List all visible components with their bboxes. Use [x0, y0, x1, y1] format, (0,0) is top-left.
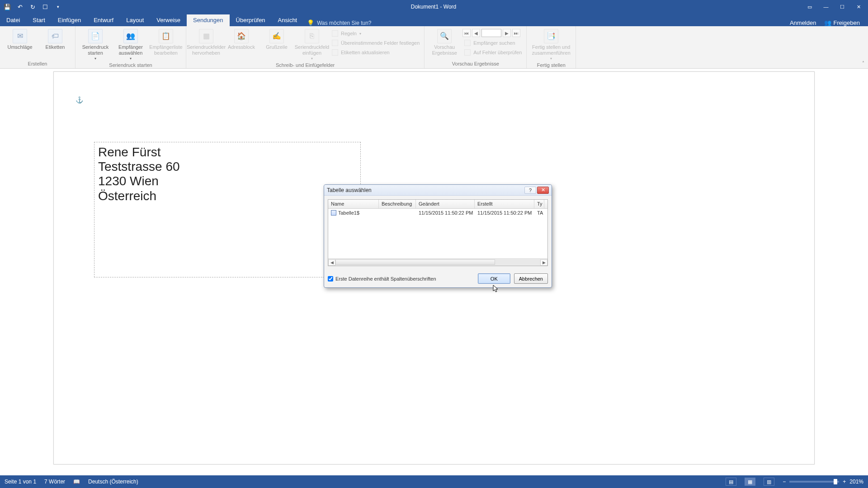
- group-preview-label: Vorschau Ergebnisse: [452, 60, 499, 67]
- first-row-headers-checkbox[interactable]: Erste Datenreihe enthält Spaltenüberschr…: [328, 276, 436, 282]
- tab-verweise[interactable]: Verweise: [150, 14, 187, 26]
- group-preview: 🔍Vorschau Ergebnisse ⏮ ◀ ▶ ⏭ Empfänger s…: [425, 26, 527, 68]
- grusszeile-button[interactable]: ✍Grußzeile: [259, 28, 294, 61]
- share-label: Freigeben: [833, 19, 860, 26]
- scroll-right-icon[interactable]: ▶: [540, 259, 547, 266]
- close-icon[interactable]: ✕: [851, 2, 866, 12]
- highlight-fields-button[interactable]: ▦Seriendruckfelder hervorheben: [189, 28, 223, 61]
- seriendruck-starten-button[interactable]: 📄Seriendruck starten▾: [78, 28, 113, 61]
- preview-results-button[interactable]: 🔍Vorschau Ergebnisse: [427, 28, 462, 57]
- zoom-in-button[interactable]: +: [843, 479, 846, 485]
- lightbulb-icon: 💡: [307, 19, 314, 26]
- select-recipients-icon: 👥: [123, 29, 138, 43]
- scroll-track[interactable]: [335, 259, 540, 266]
- tab-datei[interactable]: Datei: [0, 14, 26, 26]
- empfaengerliste-bearbeiten-button[interactable]: 📋Empfängerliste bearbeiten: [149, 28, 183, 61]
- match-fields-icon: [332, 40, 338, 46]
- sign-in-link[interactable]: Anmelden: [790, 19, 816, 26]
- highlight-icon: ▦: [199, 29, 213, 43]
- tell-me-placeholder: Was möchten Sie tun?: [317, 20, 371, 26]
- finish-merge-label: Fertig stellen und zusammenführen: [530, 44, 572, 56]
- find-recipient-label: Empfänger suchen: [473, 40, 515, 46]
- address-text-box[interactable]: Rene Fürst Teststrasse 60 1230 Wien Öste…: [94, 142, 361, 277]
- cell-name-text: Tabelle1$: [338, 210, 359, 216]
- tab-start[interactable]: Start: [26, 14, 51, 26]
- find-recipient-button[interactable]: Empfänger suchen: [462, 38, 524, 47]
- table-listview[interactable]: Name Beschreibung Geändert Erstellt Ty T…: [328, 199, 548, 266]
- web-layout-icon[interactable]: ▥: [764, 478, 774, 486]
- prev-record-icon[interactable]: ◀: [472, 29, 480, 37]
- minimize-icon[interactable]: —: [818, 2, 834, 12]
- ribbon-tabs: Datei Start Einfügen Entwurf Layout Verw…: [0, 14, 868, 26]
- tell-me-box[interactable]: 💡 Was möchten Sie tun?: [307, 19, 371, 26]
- zoom-slider[interactable]: [789, 481, 839, 483]
- cancel-button[interactable]: Abbrechen: [514, 273, 548, 284]
- table-row[interactable]: Tabelle1$ 11/15/2015 11:50:22 PM 11/15/2…: [328, 209, 547, 218]
- next-record-icon[interactable]: ▶: [503, 29, 511, 37]
- insert-merge-field-label: Seriendruckfeld einfügen: [295, 44, 329, 56]
- col-typ[interactable]: Ty: [534, 200, 544, 208]
- page-indicator[interactable]: Seite 1 von 1: [5, 479, 36, 485]
- zoom-out-button[interactable]: −: [783, 479, 786, 485]
- print-layout-icon[interactable]: ▦: [745, 478, 755, 486]
- qat-customize-icon[interactable]: ▾: [53, 2, 62, 11]
- collapse-ribbon-icon[interactable]: ˄: [862, 61, 864, 66]
- record-number-input[interactable]: [481, 29, 501, 37]
- adressblock-button[interactable]: 🏠Adressblock: [224, 28, 259, 61]
- redo-icon[interactable]: ↻: [28, 2, 37, 11]
- touch-mode-icon[interactable]: ☐: [41, 2, 50, 11]
- rules-button[interactable]: Regeln▾: [330, 29, 421, 38]
- dialog-help-icon[interactable]: ?: [524, 187, 536, 194]
- finish-merge-button[interactable]: 📑Fertig stellen und zusammenführen▾: [529, 28, 573, 61]
- tab-layout[interactable]: Layout: [120, 14, 150, 26]
- zoom-percent[interactable]: 201%: [849, 479, 863, 485]
- group-finish: 📑Fertig stellen und zusammenführen▾ Fert…: [527, 26, 576, 68]
- cell-typ: TA: [534, 209, 544, 218]
- col-beschreibung[interactable]: Beschreibung: [379, 200, 416, 208]
- undo-icon[interactable]: ↶: [15, 2, 24, 11]
- col-erstellt[interactable]: Erstellt: [475, 200, 534, 208]
- group-erstellen-label: Erstellen: [28, 60, 47, 67]
- listview-hscroll[interactable]: ◀ ▶: [328, 258, 547, 266]
- insert-merge-field-button[interactable]: ⎘Seriendruckfeld einfügen▾: [295, 28, 329, 61]
- check-errors-icon: [464, 49, 471, 56]
- dialog-close-icon[interactable]: ✕: [537, 187, 549, 194]
- match-fields-button[interactable]: Übereinstimmende Felder festlegen: [330, 38, 421, 47]
- tab-sendungen[interactable]: Sendungen: [187, 14, 230, 26]
- share-button[interactable]: 👥Freigeben: [824, 19, 860, 26]
- greeting-icon: ✍: [269, 29, 284, 43]
- col-geaendert[interactable]: Geändert: [416, 200, 475, 208]
- tab-einfuegen[interactable]: Einfügen: [52, 14, 87, 26]
- col-name[interactable]: Name: [328, 200, 379, 208]
- language-indicator[interactable]: Deutsch (Österreich): [88, 479, 138, 485]
- save-icon[interactable]: 💾: [3, 2, 12, 11]
- record-navigator: ⏮ ◀ ▶ ⏭: [462, 29, 524, 37]
- scroll-thumb[interactable]: [335, 259, 495, 265]
- dialog-titlebar[interactable]: Tabelle auswählen ? ✕: [324, 185, 552, 196]
- umschlaege-button[interactable]: ✉Umschläge: [3, 28, 37, 51]
- first-record-icon[interactable]: ⏮: [462, 29, 471, 37]
- addressblock-icon: 🏠: [234, 29, 249, 43]
- read-mode-icon[interactable]: ▤: [726, 478, 736, 486]
- group-startmerge-label: Seriendruck starten: [109, 61, 152, 69]
- scroll-left-icon[interactable]: ◀: [328, 259, 335, 266]
- tab-ansicht[interactable]: Ansicht: [272, 14, 304, 26]
- tab-entwurf[interactable]: Entwurf: [87, 14, 120, 26]
- empfaenger-auswaehlen-button[interactable]: 👥Empfänger auswählen▾: [113, 28, 148, 61]
- checkbox-input[interactable]: [328, 276, 333, 282]
- word-count[interactable]: 7 Wörter: [44, 479, 65, 485]
- titlebar: 💾 ↶ ↻ ☐ ▾ Dokument1 - Word ▭ — ☐ ✕: [0, 0, 868, 14]
- last-record-icon[interactable]: ⏭: [512, 29, 520, 37]
- tab-ueberpruefen[interactable]: Überprüfen: [230, 14, 272, 26]
- update-labels-button[interactable]: Etiketten aktualisieren: [330, 48, 421, 57]
- zoom-thumb[interactable]: [834, 479, 837, 484]
- ribbon-display-options-icon[interactable]: ▭: [802, 2, 817, 12]
- window-controls: ▭ — ☐ ✕: [802, 2, 868, 12]
- preview-results-label: Vorschau Ergebnisse: [428, 44, 461, 56]
- ok-button[interactable]: OK: [478, 273, 510, 284]
- etiketten-button[interactable]: 🏷Etiketten: [38, 28, 72, 51]
- check-errors-button[interactable]: Auf Fehler überprüfen: [462, 48, 524, 57]
- maximize-icon[interactable]: ☐: [835, 2, 850, 12]
- addr-line-1: Rene Fürst: [98, 145, 357, 160]
- proofing-icon[interactable]: 📖: [73, 479, 80, 485]
